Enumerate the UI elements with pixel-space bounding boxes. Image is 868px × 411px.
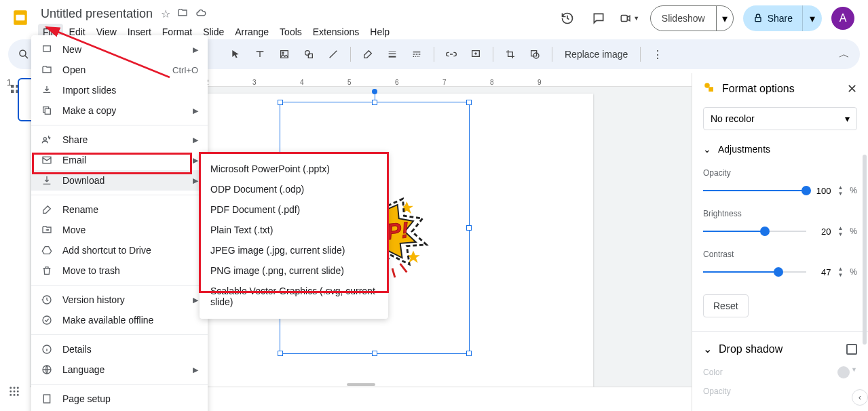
slides-logo[interactable] [8, 5, 33, 30]
slideshow-dropdown-icon[interactable]: ▾ [716, 6, 733, 31]
file-menu-item[interactable]: Page setup [31, 389, 208, 409]
file-menu-item[interactable]: Share ▶ [31, 130, 208, 150]
file-menu-item[interactable]: Details [31, 339, 208, 359]
download-format-item[interactable]: PNG image (.png, current slide) [200, 260, 388, 281]
history-icon[interactable] [556, 7, 578, 29]
svg-rect-41 [709, 87, 713, 92]
share-button[interactable]: Share ▾ [743, 5, 822, 31]
drop-shadow-checkbox[interactable] [846, 344, 857, 355]
apps-grid-icon[interactable] [8, 385, 20, 400]
mask-icon[interactable] [525, 44, 545, 64]
border-weight-icon[interactable] [382, 44, 402, 64]
download-format-item[interactable]: Microsoft PowerPoint (.pptx) [200, 159, 388, 179]
download-format-item[interactable]: Scalable Vector Graphics (.svg, current … [200, 281, 388, 312]
file-menu-dropdown: New ▶ Open Ctrl+O Import slides Make a c… [31, 35, 208, 411]
svg-point-53 [43, 138, 46, 140]
crop-icon[interactable] [500, 44, 521, 64]
menu-tools[interactable]: Tools [275, 24, 307, 40]
resize-handle[interactable] [372, 100, 377, 105]
rename-icon [41, 203, 53, 216]
svg-rect-9 [389, 51, 396, 52]
shape-tool-icon[interactable] [299, 44, 319, 64]
opacity-value[interactable]: 100 [813, 186, 831, 196]
rotate-handle[interactable] [372, 89, 377, 94]
file-menu-item[interactable]: Make a copy ▶ [31, 100, 208, 121]
share-dropdown-icon[interactable]: ▾ [802, 5, 822, 31]
download-format-item[interactable]: JPEG image (.jpg, current slide) [200, 240, 388, 260]
download-format-item[interactable]: ODP Document (.odp) [200, 179, 388, 199]
image-tool-icon[interactable] [274, 44, 295, 64]
chevron-right-icon: ▶ [193, 45, 198, 54]
contrast-value[interactable]: 47 [813, 267, 831, 277]
download-icon [41, 174, 53, 187]
border-color-icon[interactable] [358, 44, 378, 64]
comments-icon[interactable] [588, 7, 609, 29]
svg-point-50 [17, 394, 19, 396]
file-menu-item[interactable]: Add shortcut to Drive [31, 240, 208, 260]
file-menu-item[interactable]: Language ▶ [31, 359, 208, 380]
recolor-dropdown[interactable]: No recolor▾ [703, 107, 857, 130]
file-menu-item[interactable]: Version history ▶ [31, 290, 208, 310]
new-icon [41, 43, 53, 56]
open-icon [41, 64, 53, 76]
file-menu-item[interactable]: Move [31, 220, 208, 240]
menu-extensions[interactable]: Extensions [308, 24, 364, 40]
file-menu-item[interactable]: Make available offline [31, 310, 208, 330]
reset-button[interactable]: Reset [703, 294, 749, 317]
more-tools-icon[interactable]: ⋮ [647, 44, 668, 64]
file-menu-item[interactable]: New ▶ [31, 39, 208, 60]
brightness-slider[interactable] [703, 231, 806, 232]
info-icon [41, 343, 53, 355]
document-title[interactable]: Untitled presentation [38, 5, 155, 22]
comment-tool-icon[interactable] [466, 44, 486, 64]
user-avatar[interactable]: A [831, 7, 854, 30]
download-format-item[interactable]: Plain Text (.txt) [200, 220, 388, 240]
opacity-stepper[interactable]: ▲▼ [837, 184, 843, 197]
resize-handle[interactable] [466, 351, 472, 356]
contrast-slider[interactable] [703, 271, 806, 273]
svg-rect-52 [45, 109, 50, 114]
download-format-item[interactable]: PDF Document (.pdf) [200, 199, 388, 220]
file-menu-item[interactable]: Download ▶ [31, 170, 208, 191]
shadow-opacity-label: Opacity [703, 387, 857, 396]
star-icon[interactable]: ☆ [161, 7, 170, 21]
resize-handle[interactable] [466, 225, 472, 231]
meet-icon[interactable]: ▼ [619, 7, 641, 29]
sidebar-scrollbar[interactable] [863, 155, 867, 345]
svg-point-49 [14, 394, 16, 396]
resize-handle[interactable] [278, 351, 283, 356]
slideshow-button[interactable]: Slideshow ▾ [650, 5, 734, 31]
file-menu-item[interactable]: Import slides [31, 80, 208, 100]
menu-arrange[interactable]: Arrange [230, 24, 273, 40]
chevron-down-icon: ▾ [845, 113, 850, 124]
download-submenu: Microsoft PowerPoint (.pptx)ODP Document… [200, 152, 388, 319]
brightness-stepper[interactable]: ▲▼ [837, 225, 843, 237]
select-tool-icon[interactable] [225, 44, 246, 64]
move-icon[interactable] [177, 7, 188, 21]
line-tool-icon[interactable] [323, 44, 343, 64]
cloud-status-icon[interactable] [195, 7, 207, 21]
collapse-sidebar-icon[interactable]: ‹ [852, 389, 868, 406]
svg-point-4 [20, 50, 26, 56]
opacity-slider[interactable] [703, 190, 806, 191]
close-icon[interactable]: ✕ [847, 81, 857, 96]
brightness-value[interactable]: 20 [813, 227, 831, 237]
resize-handle[interactable] [278, 100, 283, 105]
file-menu-item[interactable]: Move to trash [31, 260, 208, 281]
replace-image-button[interactable]: Replace image [559, 49, 633, 60]
file-menu-item[interactable]: Rename [31, 199, 208, 220]
file-menu-item[interactable]: Email ▶ [31, 150, 208, 170]
link-icon[interactable] [441, 44, 461, 64]
resize-handle[interactable] [466, 100, 472, 105]
adjustments-section[interactable]: ⌄ Adjustments [703, 144, 857, 155]
file-menu-item[interactable]: Open Ctrl+O [31, 60, 208, 80]
border-dash-icon[interactable] [407, 44, 427, 64]
collapse-toolbar-icon[interactable]: ︿ [834, 44, 854, 64]
resize-handle[interactable] [372, 351, 377, 356]
textbox-tool-icon[interactable] [250, 44, 270, 64]
menu-help[interactable]: Help [365, 24, 394, 40]
globe-icon [41, 364, 53, 376]
thumb-number: 1 [7, 78, 15, 121]
contrast-stepper[interactable]: ▲▼ [837, 266, 843, 278]
chevron-down-icon[interactable]: ⌄ [703, 342, 712, 355]
